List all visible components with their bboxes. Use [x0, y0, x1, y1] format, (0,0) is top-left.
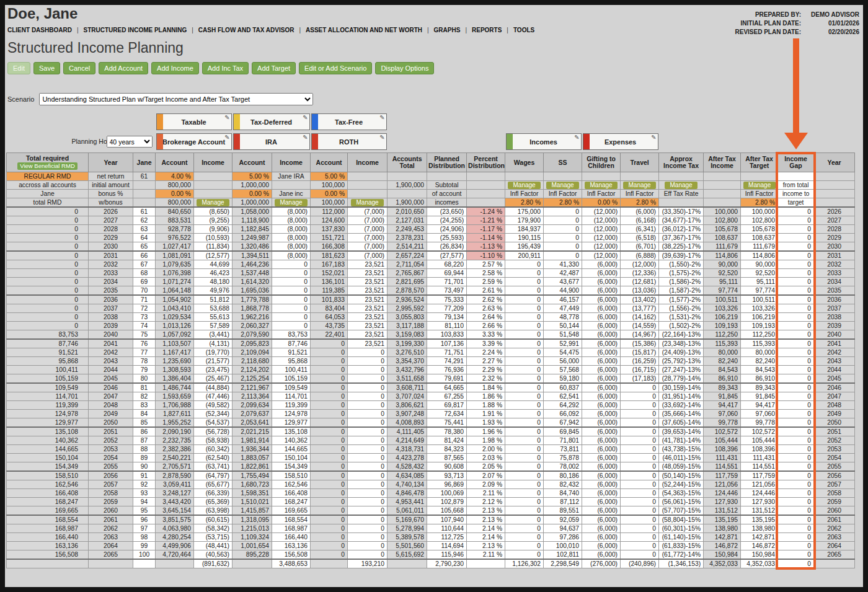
cell-td_income: 129,977	[272, 418, 311, 428]
cell-taxable_income: (12,577)	[194, 251, 232, 260]
table-row-2049: 124,9782049841,827,611(52,344)2,079,6371…	[7, 410, 855, 418]
cell-age: 72	[133, 304, 156, 313]
cell-gifting: (12,000)	[582, 242, 621, 252]
cancel-button[interactable]: Cancel	[63, 62, 95, 74]
cell-accounts_total: 3,055,803	[388, 313, 427, 322]
cell-age: 73	[133, 313, 156, 322]
add-inc-tax-button[interactable]: Add Inc Tax	[202, 62, 249, 74]
nav-item-graphs[interactable]: GRAPHS	[434, 27, 461, 33]
subcell-age	[133, 181, 156, 190]
manage-button[interactable]: Manage	[508, 182, 540, 189]
cell-planned_distribution: 114,694	[427, 542, 467, 550]
cell-taxable_account: 976,522	[156, 234, 194, 242]
edit-icon[interactable]: ✎	[224, 114, 229, 121]
nav-item-tools[interactable]: TOOLS	[513, 27, 534, 33]
cell-ss: 41,330	[544, 260, 582, 269]
cell-wages: 0	[505, 533, 544, 542]
nav-item-structured-income-planning[interactable]: STRUCTURED INCOME PLANNING	[84, 27, 187, 33]
manage-button[interactable]: Manage	[743, 182, 776, 189]
cell-td_income: 0	[272, 278, 311, 286]
column-label: Year	[815, 159, 853, 166]
cell-travel: (16,715)	[621, 366, 659, 374]
add-income-button[interactable]: Add Income	[151, 62, 199, 74]
cell-year: 2060	[89, 506, 133, 516]
manage-button[interactable]: Manage	[623, 182, 655, 189]
cell-after_tax_income: 100,511	[704, 295, 741, 304]
scenario-select[interactable]: Understanding Structured Plan w/Target I…	[39, 93, 313, 105]
subcell-td_account: 0.00 %	[232, 190, 272, 198]
cell-year: 2063	[89, 533, 133, 542]
total-wages: 1,126,302	[505, 559, 544, 568]
subcell-taxable_account: 4.00 %	[156, 172, 194, 181]
cell-percent_distribution: 3.39 %	[467, 339, 505, 348]
edit-icon[interactable]: ✎	[574, 134, 579, 141]
cell-tf_income: 23,521	[348, 304, 388, 313]
cell-accounts_total: 2,010,650	[388, 207, 427, 216]
cell-td_income: 105,159	[272, 374, 311, 384]
edit-icon[interactable]: ✎	[651, 134, 656, 141]
manage-button[interactable]: Manage	[546, 182, 578, 189]
cell-ss: 75,878	[544, 454, 582, 462]
add-account-button[interactable]: Add Account	[99, 62, 148, 74]
cell-td_account: 2,109,094	[232, 348, 272, 357]
manage-button[interactable]: Manage	[351, 199, 383, 206]
cell-planned_distribution: 69,944	[427, 269, 467, 278]
edit-icon[interactable]: ✎	[379, 134, 384, 141]
cell-ss: 84,740	[544, 489, 582, 498]
cell-percent_distribution: 2.09 %	[467, 480, 505, 489]
cell-percent_distribution: 2.24 %	[467, 348, 505, 357]
cell-year: 2061	[89, 515, 133, 524]
nav-item-reports[interactable]: REPORTS	[472, 27, 502, 33]
total-tf_account	[311, 559, 348, 568]
cell-wages: 0	[505, 260, 544, 269]
subcell-year_right	[814, 181, 855, 190]
cell-after_tax_income: 109,193	[704, 322, 741, 330]
view-beneficial-rmd-button[interactable]: View Beneficial RMD	[17, 162, 78, 170]
nav-item-client-dashboard[interactable]: CLIENT DASHBOARD	[7, 27, 72, 33]
nav-item-cash-flow-and-tax-advisor[interactable]: CASH FLOW AND TAX ADVISOR	[198, 27, 294, 33]
subcell-after_tax_target: Infl Factor	[741, 190, 778, 198]
cell-wages: 0	[505, 383, 544, 392]
add-target-button[interactable]: Add Target	[252, 62, 296, 74]
cell-accounts_total: 2,514,211	[388, 242, 427, 252]
manage-button[interactable]: Manage	[197, 199, 229, 206]
column-label: Total required	[8, 155, 87, 162]
edit-or-add-scenario-button[interactable]: Edit or Add Scenario	[299, 62, 372, 74]
cell-percent_distribution: 1.88 %	[467, 401, 505, 410]
nav-item-asset-allocation-and-net-worth[interactable]: ASSET ALLOCATION AND NET WORTH	[306, 27, 422, 33]
cell-age: 90	[133, 462, 156, 472]
subcell-gifting	[582, 172, 621, 181]
manage-button[interactable]: Manage	[585, 182, 617, 189]
save-button[interactable]: Save	[33, 62, 60, 74]
cell-td_income: (8,000)	[272, 216, 311, 225]
edit-icon[interactable]: ✎	[303, 114, 308, 121]
cell-td_income: (8,000)	[272, 207, 311, 216]
planning-horizon-select[interactable]: 40 years	[107, 136, 153, 148]
cell-ss: 92,059	[544, 515, 582, 524]
cell-gifting: (6,000)	[582, 542, 621, 550]
cell-gifting: (6,000)	[582, 348, 621, 357]
cell-percent_distribution: 2.63 %	[467, 304, 505, 313]
page-title: Structured Income Planning	[7, 40, 868, 56]
edit-button[interactable]: Edit	[7, 62, 30, 74]
col-age: Jane	[133, 153, 156, 172]
cell-year_right: 2026	[814, 207, 855, 216]
manage-button[interactable]: Manage	[275, 199, 307, 206]
display-options-button[interactable]: Display Options	[375, 62, 434, 74]
cell-td_account: 1,755,494	[232, 471, 272, 480]
col-td_account: Account	[232, 153, 272, 172]
edit-icon[interactable]: ✎	[379, 114, 384, 121]
cell-percent_distribution: 2.00 %	[467, 445, 505, 454]
cell-taxable_account: 1,486,744	[156, 383, 194, 392]
cell-planned_distribution: (24,255)	[427, 216, 467, 225]
cell-year_right: 2032	[814, 260, 855, 269]
cell-tf_income: 0	[348, 515, 388, 524]
cell-tf_income: 0	[348, 480, 388, 489]
manage-button[interactable]: Manage	[665, 182, 697, 189]
edit-icon[interactable]: ✎	[224, 134, 229, 141]
cell-ss: 0	[544, 207, 582, 216]
cell-year: 2035	[89, 286, 133, 296]
cell-travel: (6,518)	[621, 234, 659, 242]
edit-icon[interactable]: ✎	[303, 134, 308, 141]
subcell-total_required: accross all accounts	[7, 181, 89, 190]
